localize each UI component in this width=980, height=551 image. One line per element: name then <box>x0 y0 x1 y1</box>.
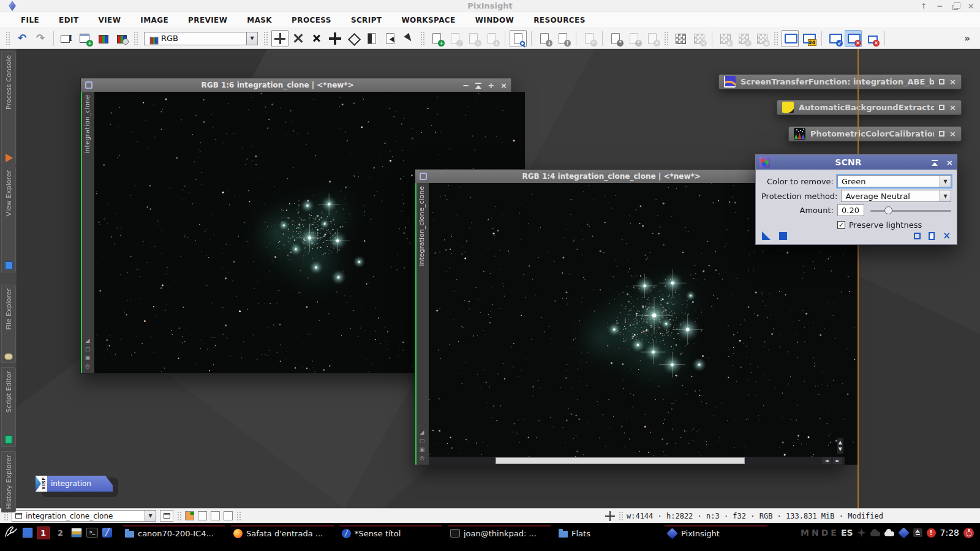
window-maximize-button[interactable] <box>952 2 958 10</box>
workspace-swatch[interactable] <box>224 511 233 520</box>
amount-slider[interactable] <box>870 206 951 216</box>
files-app-icon[interactable] <box>71 528 82 538</box>
scroll-up-icon[interactable]: ▲ <box>839 440 842 445</box>
scnr-dialog[interactable]: SCNR × Color to remove: Green ▼ Protecti… <box>755 154 957 245</box>
save-process-icon[interactable]: ↑ <box>554 30 571 47</box>
contract-mode-icon[interactable] <box>308 30 325 47</box>
process-settings-icon[interactable]: * <box>607 30 624 47</box>
protection-method-select[interactable]: Average Neutral ▼ <box>841 190 951 202</box>
menu-script[interactable]: SCRIPT <box>341 16 392 24</box>
win1-close-button[interactable]: × <box>500 81 507 90</box>
pan-mode-icon[interactable] <box>326 30 344 47</box>
dock-tab-history-explorer[interactable]: History Explorer <box>1 451 16 512</box>
abe-close-button[interactable]: × <box>949 103 956 111</box>
load-process-icon[interactable]: ↓ <box>536 30 553 47</box>
win1-zoom-button[interactable]: + <box>488 81 494 90</box>
toolbar-drag-handle[interactable] <box>134 31 138 46</box>
rgb-channels-icon[interactable] <box>95 30 112 47</box>
rename-image-icon[interactable] <box>58 30 75 47</box>
taskbar-button-joan-thinkpad[interactable]: joan@thinkpad: ... <box>448 525 551 540</box>
process-window-abe[interactable]: AutomaticBackgroundExtractor× <box>777 100 962 115</box>
remove-mask-icon[interactable]: × <box>690 30 707 47</box>
taskbar-button-sense-t-tol[interactable]: *Sense títol <box>339 525 442 540</box>
app-titlebar[interactable]: PixInsight ↑ − × <box>0 0 980 12</box>
duplicate-window-icon[interactable] <box>77 30 94 47</box>
scnr-titlebar[interactable]: SCNR × <box>756 155 957 170</box>
clone-process-icon[interactable]: + <box>465 30 482 47</box>
dock-tab-file-explorer[interactable]: File Explorer <box>1 285 16 363</box>
active-view-selector[interactable]: integration_clone_clone ▼ <box>12 510 156 522</box>
dynamic-mode-icon[interactable] <box>345 30 362 47</box>
stf-restore-button[interactable] <box>939 79 944 84</box>
new-preview-mode-icon[interactable] <box>363 30 380 47</box>
color-to-remove-select[interactable]: Green ▼ <box>837 175 951 187</box>
stf-auto-stretch-icon[interactable] <box>782 30 799 47</box>
stf-clear-icon[interactable]: × <box>863 30 880 47</box>
dock-tab-process-console[interactable]: Process Console <box>1 51 16 165</box>
win2-view-selector-strip[interactable]: integration_clone_clone ◢▢▣◎ <box>415 183 429 465</box>
workspace-swatch[interactable] <box>198 511 207 520</box>
win2-vertical-scroll-arrows[interactable]: ▲▼ <box>837 438 843 454</box>
window-shade-button[interactable]: ↑ <box>921 2 927 10</box>
preview-icon[interactable]: ▢ <box>420 438 425 444</box>
process-window-pcc[interactable]: PhotometricColorCalibration× <box>788 126 962 141</box>
win1-view-selector-strip[interactable]: integration_clone ◢▢▣◎ <box>81 92 94 373</box>
statusbar-drag-handle[interactable] <box>236 511 241 521</box>
tray-update-alert-icon[interactable]: ! <box>927 528 936 538</box>
dock-tab-view-explorer[interactable]: View Explorer <box>1 167 16 272</box>
target-icon[interactable]: ◎ <box>85 364 90 369</box>
menu-image[interactable]: IMAGE <box>130 16 178 24</box>
expand-mode-icon[interactable] <box>290 30 307 47</box>
enable-mask-icon[interactable]: ✓ <box>735 30 752 47</box>
scroll-left-icon[interactable]: ◄ <box>822 457 831 464</box>
menu-view[interactable]: VIEW <box>89 16 131 24</box>
toolbar-drag-handle[interactable] <box>774 31 778 46</box>
menu-mask[interactable]: MASK <box>237 16 282 24</box>
taskbar-button-pixinsight[interactable]: PixInsight <box>665 525 767 540</box>
win2-hscrollbar[interactable]: ◄ ► <box>429 457 845 465</box>
toolbar-overflow-button[interactable]: » <box>958 33 976 44</box>
menu-file[interactable]: FILE <box>11 16 49 24</box>
pointer-mode-icon[interactable] <box>400 30 417 47</box>
preview-icon[interactable]: ▢ <box>85 347 91 352</box>
window-close-button[interactable]: × <box>968 2 974 10</box>
win1-iconize-button[interactable]: − <box>462 81 469 90</box>
apply-global-button[interactable] <box>779 232 787 240</box>
workspace-1-button[interactable]: 1 <box>37 527 50 539</box>
tray-star-icon[interactable] <box>858 528 866 537</box>
window-minimize-button[interactable]: − <box>937 2 943 10</box>
workspace-swatch-active[interactable] <box>185 511 194 520</box>
edit-instance-button[interactable] <box>914 233 921 239</box>
menu-process[interactable]: PROCESS <box>282 16 341 24</box>
clock[interactable]: 7:28 <box>940 528 959 538</box>
desktop-pager-icon[interactable] <box>23 528 32 538</box>
scnr-close-button[interactable]: × <box>946 159 953 167</box>
process-preferences-icon[interactable]: * <box>625 30 643 47</box>
pcc-restore-button[interactable] <box>939 131 944 137</box>
readout-mode-icon[interactable] <box>271 30 288 47</box>
menu-workspace[interactable]: WORKSPACE <box>391 16 465 24</box>
process-explorer-icon[interactable] <box>510 30 527 47</box>
statusbar-drag-handle[interactable] <box>619 511 623 521</box>
select-mask-icon[interactable] <box>672 30 689 47</box>
color-management-icon[interactable]: 24 <box>800 30 817 47</box>
undo-icon[interactable]: ↶ <box>13 30 31 47</box>
stf-reset-icon[interactable]: × <box>845 30 862 47</box>
slider-thumb[interactable] <box>884 206 892 214</box>
edit-process-icon[interactable]: ╱ <box>447 30 464 47</box>
pixinsight-launcher-icon[interactable]: ╱ <box>102 528 112 538</box>
process-delete-icon[interactable]: × <box>644 30 661 47</box>
taskbar-button-flats[interactable]: Flats <box>556 525 659 540</box>
rgb-alpha-icon[interactable] <box>113 30 130 47</box>
new-process-icon[interactable]: + <box>428 30 445 47</box>
copy-icon[interactable]: ▣ <box>420 447 425 452</box>
show-mask-icon[interactable]: ◉ <box>753 30 771 47</box>
win1-titlebar[interactable]: RGB 1:6 integration_clone | <*new*> − + … <box>81 78 511 92</box>
menu-edit[interactable]: EDIT <box>49 16 88 24</box>
new-process-instance-icon[interactable]: + <box>483 30 500 47</box>
preserve-lightness-checkbox[interactable]: ✓ <box>837 221 845 229</box>
tray-cloud-dark-icon[interactable] <box>870 531 880 536</box>
tray-cloud-light-icon[interactable] <box>884 531 894 536</box>
tray-volume-icon[interactable] <box>913 528 922 537</box>
scroll-down-icon[interactable]: ▼ <box>839 447 842 452</box>
